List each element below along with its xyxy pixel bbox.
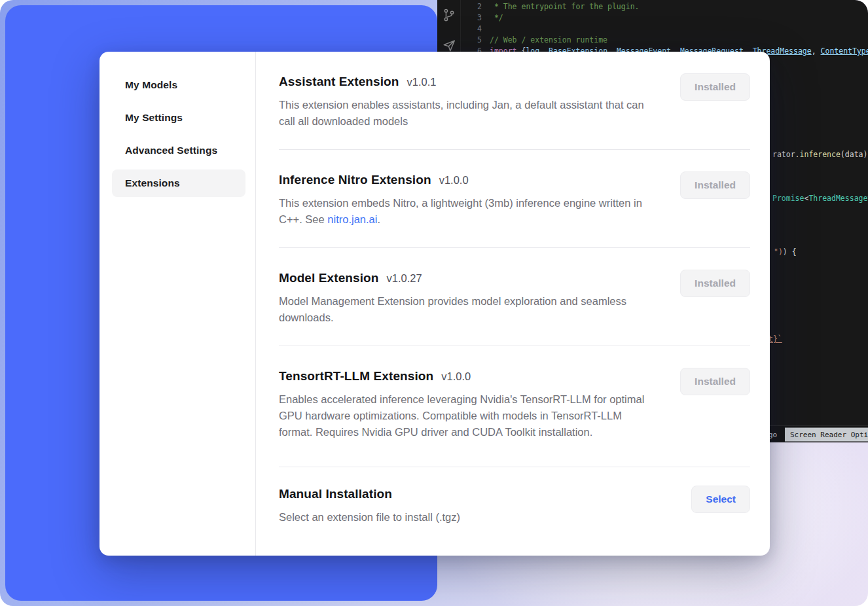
git-branch-icon[interactable] <box>442 8 456 22</box>
sidebar-item-advanced-settings[interactable]: Advanced Settings <box>112 137 245 164</box>
sidebar-item-my-settings[interactable]: My Settings <box>112 104 245 132</box>
sidebar-item-my-models[interactable]: My Models <box>112 71 245 99</box>
installed-button[interactable]: Installed <box>680 73 750 101</box>
installed-button[interactable]: Installed <box>680 171 750 199</box>
extension-description: Model Management Extension provides mode… <box>279 293 657 326</box>
nitro-jan-ai-link[interactable]: nitro.jan.ai <box>327 213 377 225</box>
app-window: 2 * The entrypoint for the plugin. 3 */ … <box>0 0 868 606</box>
line-number: 4 <box>461 24 490 35</box>
code-fragment: t}` <box>769 334 782 345</box>
extension-row-nitro: Inference Nitro Extension v1.0.0 This ex… <box>279 150 750 248</box>
extension-description: Enables accelerated inference leveraging… <box>279 391 657 440</box>
extension-description: This extension enables assistants, inclu… <box>279 97 657 130</box>
manual-installation-title: Manual Installation <box>279 486 392 503</box>
extension-title: TensortRT-LLM Extension <box>279 368 433 385</box>
extension-title: Assistant Extension <box>279 73 399 90</box>
extension-title: Model Extension <box>279 270 378 287</box>
code-fragment: Promise<ThreadMessage> <box>772 193 868 204</box>
sidebar-item-extensions[interactable]: Extensions <box>112 169 245 197</box>
code-line: 3 */ <box>461 12 868 24</box>
manual-installation-description: Select an extension file to install (.tg… <box>279 509 460 526</box>
extension-version: v1.0.0 <box>439 174 469 187</box>
line-number: 5 <box>461 35 490 46</box>
extension-row-assistant: Assistant Extension v1.0.1 This extensio… <box>279 52 750 150</box>
extensions-panel: Assistant Extension v1.0.1 This extensio… <box>255 52 770 556</box>
manual-installation-row: Manual Installation Select an extension … <box>279 467 750 545</box>
code-fragment: rator.inference(data)); <box>772 149 868 160</box>
settings-modal: My Models My Settings Advanced Settings … <box>99 52 770 556</box>
settings-sidebar: My Models My Settings Advanced Settings … <box>99 52 255 556</box>
line-number: 2 <box>461 1 490 12</box>
extension-title: Inference Nitro Extension <box>279 171 431 188</box>
screen-reader-badge[interactable]: Screen Reader Optimize <box>785 427 868 441</box>
select-button[interactable]: Select <box>691 486 750 513</box>
extension-version: v1.0.0 <box>441 370 471 383</box>
code-line: 2 * The entrypoint for the plugin. <box>461 1 868 12</box>
paper-plane-icon[interactable] <box>442 38 456 52</box>
extension-version: v1.0.27 <box>386 272 422 285</box>
extension-version: v1.0.1 <box>407 76 437 88</box>
installed-button[interactable]: Installed <box>680 368 750 395</box>
code-line: 5 // Web / extension runtime <box>461 35 868 46</box>
code-line: 4 <box>461 24 868 35</box>
line-number: 3 <box>461 12 490 24</box>
code-fragment: ")) { <box>774 247 797 258</box>
installed-button[interactable]: Installed <box>680 270 750 297</box>
extension-row-tensorrt: TensortRT-LLM Extension v1.0.0 Enables a… <box>279 346 750 467</box>
extension-row-model: Model Extension v1.0.27 Model Management… <box>279 248 750 346</box>
extension-description: This extension embeds Nitro, a lightweig… <box>279 195 657 228</box>
